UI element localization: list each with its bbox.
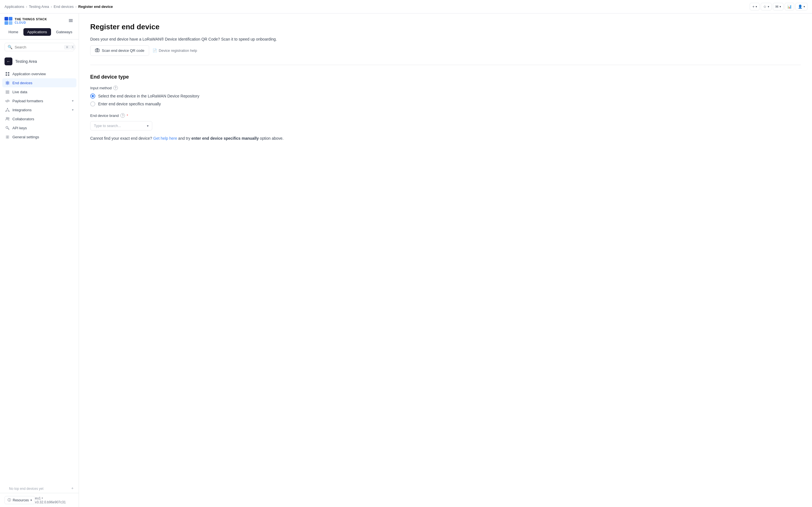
sidebar-section-row: No top end devices yet +: [0, 483, 79, 493]
svg-point-11: [7, 108, 8, 109]
user-button[interactable]: 👤 ▾: [795, 3, 808, 10]
chevron-down-icon: ▾: [804, 5, 805, 8]
svg-rect-3: [6, 72, 7, 73]
sidebar-item-payload-formatters[interactable]: Payload formatters ▾: [2, 96, 77, 105]
chevron-down-icon: ▾: [31, 499, 32, 502]
help-text-middle: and try: [178, 136, 190, 140]
breadcrumb: Applications › Testing Area › End device…: [4, 4, 113, 9]
logo-sq-1: [4, 17, 8, 20]
sidebar-add-button[interactable]: +: [71, 485, 74, 491]
envelope-icon: ✉: [775, 4, 778, 9]
help-bold-text: enter end device specifics manually: [192, 136, 259, 140]
sidebar-item-end-devices[interactable]: End devices: [2, 78, 77, 87]
svg-rect-5: [6, 74, 7, 76]
chevron-down-icon: ▾: [768, 5, 769, 8]
chevron-down-icon: ▾: [72, 99, 73, 103]
breadcrumb-sep-1: ›: [26, 4, 27, 9]
sidebar: THE THINGS STACK CLOUD Home Applications…: [0, 13, 79, 507]
breadcrumb-current: Register end device: [79, 4, 113, 9]
qr-description: Does your end device have a LoRaWAN® Dev…: [90, 37, 801, 41]
bookmark-button[interactable]: ☆ ▾: [761, 3, 772, 10]
svg-rect-2: [69, 21, 73, 22]
sidebar-item-integrations[interactable]: Integrations ▾: [2, 105, 77, 114]
logo-sq-4: [9, 21, 12, 25]
device-registration-help-link[interactable]: 📄 Device registration help: [153, 48, 197, 53]
svg-rect-9: [6, 92, 9, 93]
settings-icon: [5, 80, 10, 85]
add-button[interactable]: + ▾: [750, 3, 760, 10]
breadcrumb-end-devices[interactable]: End devices: [54, 4, 73, 9]
page-title: Register end device: [90, 22, 801, 31]
svg-point-15: [8, 117, 9, 119]
version-text: eu1 • v3.32.0.b96e907c31: [35, 496, 74, 504]
sidebar-item-application-overview[interactable]: Application overview: [2, 69, 77, 78]
svg-rect-8: [6, 91, 9, 91]
nav-tabs: Home Applications Gateways: [4, 28, 74, 36]
breadcrumb-applications[interactable]: Applications: [4, 4, 24, 9]
input-method-help-icon[interactable]: ?: [113, 86, 118, 90]
radio-inner-dot: [92, 95, 94, 97]
sidebar-item-label-integrations: Integrations: [12, 108, 69, 112]
breadcrumb-testing-area[interactable]: Testing Area: [29, 4, 49, 9]
sidebar-item-api-keys[interactable]: API keys: [2, 123, 77, 132]
camera-icon: [95, 48, 100, 53]
sidebar-toggle-button[interactable]: [67, 17, 74, 25]
radio-option-manual[interactable]: Enter end device specifics manually: [90, 101, 801, 107]
tab-gateways[interactable]: Gateways: [52, 28, 77, 36]
sidebar-item-label-general-settings: General settings: [12, 135, 73, 139]
sidebar-item-label-live-data: Live data: [12, 90, 73, 94]
brand-dropdown[interactable]: Type to search... ▾: [90, 121, 152, 130]
tab-home[interactable]: Home: [4, 28, 22, 36]
brand-label: End device brand ? *: [90, 113, 801, 118]
logo-text: THE THINGS STACK CLOUD: [15, 17, 47, 24]
radio-unchecked-icon: [90, 101, 95, 107]
grid-icon: [5, 71, 10, 76]
search-box: 🔍 ⌘ K: [4, 43, 74, 51]
brand-help-icon[interactable]: ?: [120, 113, 125, 118]
kbd-cmd: ⌘: [64, 45, 70, 49]
scan-qr-button[interactable]: Scan end device QR code: [90, 45, 149, 56]
header-actions: + ▾ ☆ ▾ ✉ ▾ 📊 👤 ▾: [750, 3, 808, 10]
radio-checked-icon: [90, 94, 95, 99]
resources-button[interactable]: ⓘ Resources ▾: [4, 496, 35, 504]
radio-label-manual: Enter end device specifics manually: [98, 102, 161, 106]
brand-label-text: End device brand: [90, 114, 119, 118]
get-help-here-link[interactable]: Get help here: [153, 136, 177, 140]
chevron-down-icon: ▾: [72, 108, 73, 112]
logo-icon: [4, 17, 12, 25]
tab-applications[interactable]: Applications: [23, 28, 51, 36]
code-icon: [5, 99, 10, 103]
plus-icon: +: [752, 4, 755, 9]
notification-button[interactable]: ✉ ▾: [773, 3, 783, 10]
chart-icon: 📊: [787, 4, 792, 9]
svg-rect-0: [69, 19, 73, 20]
book-icon: 📄: [153, 48, 157, 53]
svg-point-14: [6, 117, 8, 119]
resources-label: Resources: [13, 498, 29, 502]
breadcrumb-sep-3: ›: [75, 4, 77, 9]
sidebar-item-collaborators[interactable]: Collaborators: [2, 114, 77, 123]
top-header: Applications › Testing Area › End device…: [0, 0, 812, 13]
svg-rect-10: [6, 93, 9, 94]
search-input[interactable]: [15, 45, 62, 49]
logo-title: THE THINGS STACK: [15, 17, 47, 21]
stats-button[interactable]: 📊: [784, 3, 794, 10]
sidebar-item-live-data[interactable]: Live data: [2, 87, 77, 96]
radio-option-repository[interactable]: Select the end device in the LoRaWAN Dev…: [90, 94, 801, 99]
svg-rect-6: [8, 74, 9, 76]
help-text-prefix: Cannot find your exact end device?: [90, 136, 152, 140]
chevron-down-icon: ▾: [147, 124, 149, 128]
help-text: Cannot find your exact end device? Get h…: [90, 136, 801, 140]
sidebar-back-button[interactable]: ← Testing Area: [0, 55, 79, 68]
main-layout: THE THINGS STACK CLOUD Home Applications…: [0, 13, 812, 507]
help-link-label: Device registration help: [159, 48, 197, 53]
section-title: End device type: [90, 74, 801, 80]
sidebar-item-label-payload-formatters: Payload formatters: [12, 99, 69, 103]
sidebar-item-general-settings[interactable]: General settings: [2, 132, 77, 142]
breadcrumb-sep-2: ›: [51, 4, 52, 9]
svg-point-16: [6, 126, 8, 128]
back-arrow-icon: ←: [4, 57, 12, 65]
radio-label-repository: Select the end device in the LoRaWAN Dev…: [98, 94, 199, 98]
sidebar-bottom: ⓘ Resources ▾ eu1 • v3.32.0.b96e907c31: [0, 493, 79, 507]
svg-point-17: [7, 136, 8, 137]
